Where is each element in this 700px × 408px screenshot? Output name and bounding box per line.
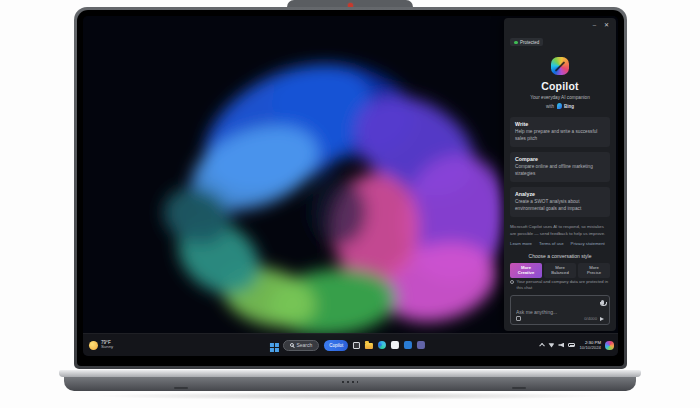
taskbar: 79°F Sunny Search Copilot xyxy=(83,333,618,356)
privacy-statement-link[interactable]: Privacy statement xyxy=(571,241,605,246)
laptop-shadow xyxy=(90,392,610,400)
volume-icon[interactable] xyxy=(558,343,564,348)
copilot-taskbar-button[interactable]: Copilot xyxy=(324,340,348,351)
teams-app-icon[interactable] xyxy=(417,341,425,349)
copilot-button-label: Copilot xyxy=(329,343,343,348)
file-explorer-icon[interactable] xyxy=(365,343,373,349)
suggestion-card-analyze[interactable]: Analyze Create a SWOT analysis about env… xyxy=(510,187,610,217)
battery-icon[interactable] xyxy=(568,343,575,347)
card-description: Help me prepare and write a successful s… xyxy=(515,129,605,142)
search-icon xyxy=(289,343,293,347)
card-title: Analyze xyxy=(515,191,605,197)
chat-input-box[interactable]: 0/4000 xyxy=(510,295,610,325)
suggestion-card-write[interactable]: Write Help me prepare and write a succes… xyxy=(510,117,610,147)
protected-badge: Protected xyxy=(510,38,543,46)
tray-date: 10/10/2024 xyxy=(579,345,601,350)
style-more-precise-button[interactable]: More Precise xyxy=(578,263,610,278)
copilot-tray-icon[interactable] xyxy=(605,341,614,350)
outlook-app-icon[interactable] xyxy=(404,341,412,349)
laptop-lid: – ✕ Protected Copilot Your everyday AI c… xyxy=(74,7,627,369)
bing-icon xyxy=(557,103,562,109)
hidden-icons-chevron-icon[interactable] xyxy=(540,343,545,348)
conversation-style-prompt: Choose a conversation style xyxy=(504,253,616,259)
microphone-icon[interactable] xyxy=(601,300,604,305)
copilot-logo-icon xyxy=(551,57,569,75)
card-description: Create a SWOT analysis about environment… xyxy=(515,199,605,212)
send-icon[interactable] xyxy=(600,317,604,321)
style-line2: Precise xyxy=(587,270,601,275)
privacy-note: Your personal and company data are prote… xyxy=(517,279,611,291)
style-line2: Balanced xyxy=(551,270,568,275)
minimize-icon[interactable]: – xyxy=(593,22,596,28)
privacy-lock-icon xyxy=(510,280,514,284)
weather-widget[interactable]: 79°F Sunny xyxy=(89,334,113,356)
panel-title: Copilot xyxy=(504,80,616,92)
display: – ✕ Protected Copilot Your everyday AI c… xyxy=(83,16,618,356)
card-title: Write xyxy=(515,121,605,127)
search-label: Search xyxy=(296,342,312,348)
card-title: Compare xyxy=(515,156,605,162)
learn-more-link[interactable]: Learn more xyxy=(510,241,532,246)
clock[interactable]: 2:30 PM 10/10/2024 xyxy=(579,340,601,351)
store-app-icon[interactable] xyxy=(391,341,399,349)
wifi-icon[interactable] xyxy=(548,343,554,348)
search-box[interactable]: Search xyxy=(282,340,319,351)
style-more-balanced-button[interactable]: More Balanced xyxy=(544,263,576,278)
close-icon[interactable]: ✕ xyxy=(604,22,609,28)
card-description: Compare online and offline marketing str… xyxy=(515,164,605,177)
panel-subtitle: Your everyday AI companion xyxy=(504,95,616,100)
style-line2: Creative xyxy=(518,270,535,275)
protected-shield-icon xyxy=(514,41,518,45)
expand-icon[interactable] xyxy=(516,316,521,321)
laptop-base-edge xyxy=(59,370,641,377)
ai-disclaimer: Microsoft Copilot uses AI to respond, so… xyxy=(510,224,610,236)
laptop-foot xyxy=(174,387,188,389)
panel-titlebar: – ✕ xyxy=(504,18,616,29)
bing-label: Bing xyxy=(564,104,574,109)
style-more-creative-button[interactable]: More Creative xyxy=(510,263,542,278)
edge-browser-icon[interactable] xyxy=(378,341,386,349)
suggestion-card-compare[interactable]: Compare Compare online and offline marke… xyxy=(510,152,610,182)
copilot-panel: – ✕ Protected Copilot Your everyday AI c… xyxy=(504,18,616,331)
screen-bezel: – ✕ Protected Copilot Your everyday AI c… xyxy=(77,10,624,366)
laptop-foot xyxy=(512,387,526,389)
character-counter: 0/4000 xyxy=(584,316,597,321)
laptop-base xyxy=(64,377,636,391)
chat-input[interactable] xyxy=(516,309,586,315)
protected-badge-label: Protected xyxy=(520,40,539,45)
with-label: with xyxy=(546,104,554,109)
terms-of-use-link[interactable]: Terms of use xyxy=(539,241,564,246)
weather-condition: Sunny xyxy=(101,345,113,350)
task-view-button[interactable] xyxy=(353,342,360,349)
sunny-weather-icon xyxy=(89,341,98,350)
start-button[interactable] xyxy=(269,343,273,347)
